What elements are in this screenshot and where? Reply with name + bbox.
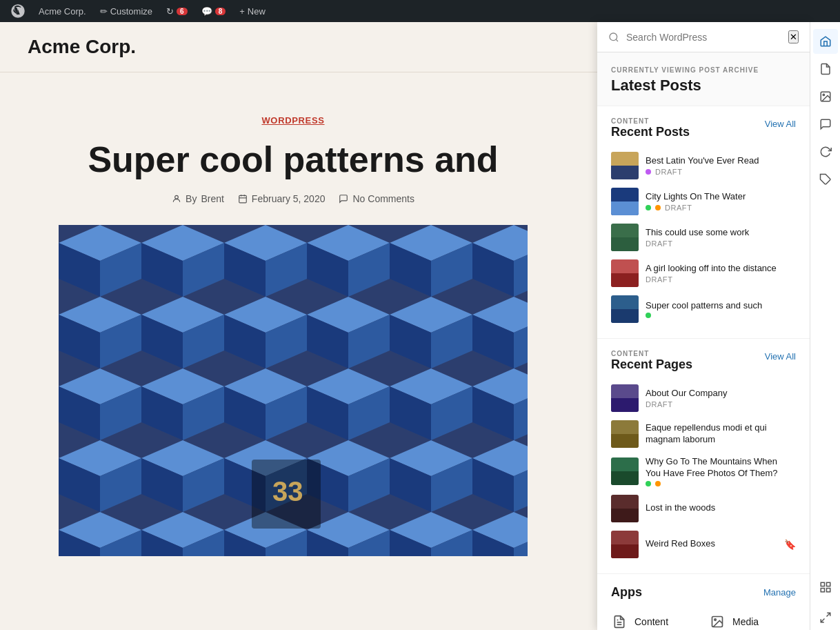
post-thumbnail [611,295,639,323]
recent-pages-eyebrow: CONTENT [611,350,692,357]
post-item-status-text: DRAFT [655,168,682,176]
site-name-bar[interactable]: Acme Corp. [33,0,92,22]
post-item-status-row: DRAFT [646,239,796,248]
side-nav-media[interactable] [813,84,838,109]
app-item-label: Content [634,616,668,627]
status-dot [646,169,651,175]
post-comments: No Comments [339,193,414,204]
apps-manage-link[interactable]: Manage [763,587,796,598]
page-status-text: DRAFT [646,400,672,408]
recent-posts-section: CONTENT Recent Posts View All Best Latin… [597,106,810,339]
apps-title: Apps [611,585,642,600]
post-item-info: City Lights On The WaterDRAFT [646,191,796,213]
page-list-item[interactable]: Why Go To The Mountains When You Have Fr… [611,452,796,491]
post-list-item[interactable]: A girl looking off into the distanceDRAF… [611,255,796,291]
post-item-status-text: DRAFT [646,239,672,248]
currently-viewing-title: Latest Posts [611,77,796,95]
page-item-title: Lost in the woods [646,502,789,514]
category-link[interactable]: WORDPRESS [261,115,324,126]
post-list-item[interactable]: City Lights On The WaterDRAFT [611,184,796,219]
svg-rect-34 [611,544,639,558]
status-dot [646,481,651,486]
post-item-title: Super cool patterns and such [646,300,796,312]
search-input[interactable] [626,32,781,43]
side-nav-apps[interactable] [813,575,838,600]
post-item-status-row: DRAFT [646,168,796,176]
post-thumbnail [611,224,639,251]
post-item-info: Super cool patterns and such [646,300,796,319]
side-nav-updates[interactable] [813,139,838,164]
svg-rect-44 [826,582,830,586]
post-thumbnail [611,152,639,179]
recent-pages-label-group: CONTENT Recent Pages [611,350,692,372]
page-item-actions: 🔖 [784,539,796,550]
post-list-item[interactable]: Best Latin You've Ever ReadDRAFT [611,148,796,184]
admin-bar: Acme Corp. ✏ Customize ↻ 6 💬 8 + New [0,0,840,22]
page-thumbnail [611,531,639,558]
updates-btn[interactable]: ↻ 6 [161,0,193,22]
recent-posts-header: CONTENT Recent Posts View All [611,117,796,139]
post-item-status-text: DRAFT [665,204,692,212]
post-item-title: This could use some work [646,227,796,239]
status-dot-2 [655,205,661,210]
post-item-title: A girl looking off into the distance [646,263,796,275]
page-item-info: Lost in the woods [646,502,789,514]
post-category: WORDPRESS [28,114,559,126]
side-nav-resize[interactable] [813,605,838,630]
post-item-title: Best Latin You've Ever Read [646,155,796,167]
svg-point-38 [714,619,717,621]
post-list-item[interactable]: Super cool patterns and such [611,291,796,327]
currently-viewing-eyebrow: CURRENTLY VIEWING POST ARCHIVE [611,66,796,74]
post-thumbnail [611,188,639,215]
svg-line-47 [826,613,830,616]
svg-text:33: 33 [272,476,303,506]
svg-rect-18 [611,201,639,215]
wp-logo[interactable] [6,0,30,22]
recent-pages-header: CONTENT Recent Pages View All [611,350,796,372]
recent-posts-eyebrow: CONTENT [611,117,690,125]
post-title: Super cool patterns and [28,140,559,179]
page-item-title: Eaque repellendus modi et qui magnam lab… [646,422,789,446]
svg-rect-22 [611,273,639,287]
svg-point-13 [610,33,617,41]
customize-btn[interactable]: ✏ Customize [94,0,158,22]
svg-rect-30 [611,471,639,485]
recent-pages-view-all[interactable]: View All [765,351,796,362]
comments-btn[interactable]: 💬 8 [196,0,232,22]
svg-rect-24 [611,309,639,323]
page-list-item[interactable]: About Our CompanyDRAFT [611,380,796,416]
recent-pages-heading: Recent Pages [611,357,692,372]
page-item-info: About Our CompanyDRAFT [646,388,789,409]
search-icon [608,32,619,43]
recent-posts-view-all[interactable]: View All [765,119,796,129]
side-nav-home[interactable] [813,29,838,54]
post-item-status-row: DRAFT [646,204,796,212]
close-panel-button[interactable]: ✕ [788,30,799,43]
panel: ✕ CURRENTLY VIEWING POST ARCHIVE Latest … [597,22,810,630]
status-dot [646,205,651,210]
apps-header: Apps Manage [611,585,796,600]
app-item-media[interactable]: Media [709,609,796,630]
post-item-info: Best Latin You've Ever ReadDRAFT [646,155,796,177]
svg-point-41 [823,94,824,95]
page-list-item[interactable]: Weird Red Boxes🔖 [611,526,796,562]
currently-viewing-section: CURRENTLY VIEWING POST ARCHIVE Latest Po… [597,52,810,106]
page-list-item[interactable]: Lost in the woods [611,491,796,526]
svg-point-1 [175,196,179,199]
svg-rect-2 [239,196,247,204]
svg-rect-45 [821,589,824,592]
bookmark-icon[interactable]: 🔖 [784,539,796,550]
side-nav-documents[interactable] [813,57,838,81]
svg-rect-26 [611,398,639,412]
page-dots-row [646,481,789,486]
post-list-item[interactable]: This could use some workDRAFT [611,219,796,255]
side-nav-comments[interactable] [813,112,838,137]
post-item-status-row [646,313,796,318]
page-list-item[interactable]: Eaque repellendus modi et qui magnam lab… [611,416,796,452]
app-item-content[interactable]: Content [611,609,698,630]
side-nav-tags[interactable] [813,167,838,192]
page-item-info: Weird Red Boxes [646,538,777,550]
new-btn[interactable]: + New [234,0,271,22]
svg-rect-43 [821,582,824,586]
svg-rect-20 [611,237,639,251]
